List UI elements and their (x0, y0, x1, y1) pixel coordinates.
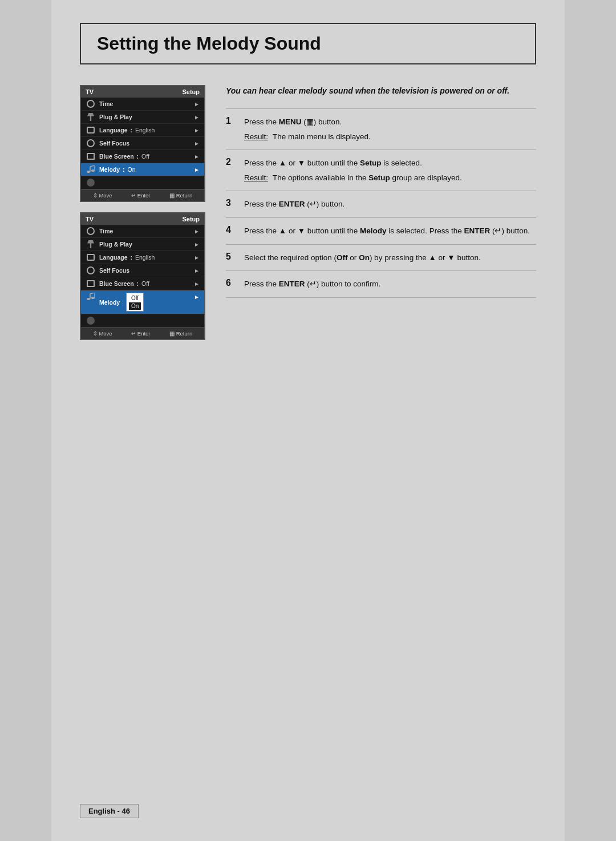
menu2-selffocus-icon (86, 266, 96, 274)
menu2-melody-text: Melody : Off On ► (99, 293, 200, 312)
step-6-num: 6 (226, 278, 236, 288)
left-panel: TV Setup Time ► Plug & Play ► (80, 85, 205, 340)
menu2-row-melody: Melody : Off On ► (81, 290, 204, 314)
menu1-row-extra (81, 176, 204, 189)
step-1: 1 Press the MENU (▦) button. Result: The… (226, 108, 536, 149)
svg-point-6 (91, 297, 95, 299)
menu2-footer-return: ▦ Return (169, 330, 192, 337)
step-4-content: Press the ▲ or ▼ button until the Melody… (244, 225, 530, 237)
step-3-num: 3 (226, 198, 236, 208)
extra-icon (86, 179, 96, 187)
menu2-selffocus-text: Self Focus ► (99, 267, 200, 274)
menu2-footer: ⇕ Move ↵ Enter ▦ Return (81, 327, 204, 339)
step-2-num: 2 (226, 157, 236, 167)
menu2-row-extra (81, 314, 204, 327)
menu2-row-time: Time ► (81, 225, 204, 238)
svg-line-3 (90, 165, 95, 167)
menu2-tv-label: TV (86, 216, 94, 223)
menu1-row-melody: Melody : On ► (81, 163, 204, 176)
menu2-header: TV Setup (81, 213, 204, 225)
lang-icon (86, 126, 96, 134)
menu2-row-bluescreen: Blue Screen : Off ► (81, 277, 204, 290)
menu1-row-plug: Plug & Play ► (81, 111, 204, 124)
melody-icon (86, 165, 96, 173)
right-panel: You can hear clear melody sound when the… (226, 85, 536, 298)
step-5: 5 Select the required option (Off or On)… (226, 244, 536, 271)
menu1-plug-text: Plug & Play ► (99, 114, 200, 120)
title-box: Setting the Melody Sound (80, 23, 536, 64)
step-5-content: Select the required option (Off or On) b… (244, 252, 481, 264)
step-2: 2 Press the ▲ or ▼ button until the Setu… (226, 149, 536, 191)
menu1-bluescreen-text: Blue Screen : Off ► (99, 153, 200, 160)
menu2-footer-move: ⇕ Move (93, 330, 112, 337)
footer-text: English - 46 (80, 804, 139, 818)
menu2-row-lang: Language : English ► (81, 251, 204, 264)
menu1-setup-label: Setup (182, 88, 200, 95)
step-4-num: 4 (226, 225, 236, 235)
menu1-row-bluescreen: Blue Screen : Off ► (81, 150, 204, 163)
menu2-time-icon (86, 227, 96, 235)
selffocus-icon (86, 139, 96, 147)
svg-point-1 (91, 169, 95, 172)
step-6: 6 Press the ENTER (↵) button to confirm. (226, 270, 536, 298)
menu2-extra-icon (86, 317, 96, 325)
menu2-lang-text: Language : English ► (99, 254, 200, 261)
step-3: 3 Press the ENTER (↵) button. (226, 191, 536, 217)
time-icon (86, 100, 96, 108)
step-1-content: Press the MENU (▦) button. Result: The m… (244, 116, 371, 143)
menu1-footer-move: ⇕ Move (93, 192, 112, 199)
menu1-footer-return: ▦ Return (169, 192, 192, 199)
plug-icon (86, 113, 96, 121)
result-label-1: Result: (244, 131, 268, 143)
svg-point-5 (87, 298, 90, 300)
menu2-plug-text: Plug & Play ► (99, 241, 200, 248)
result-label-2: Result: (244, 172, 268, 184)
page: Setting the Melody Sound TV Setup Time ► (51, 0, 565, 841)
dropdown-off: Off (129, 294, 141, 302)
steps-list: 1 Press the MENU (▦) button. Result: The… (226, 108, 536, 298)
step-2-content: Press the ▲ or ▼ button until the Setup … (244, 157, 462, 184)
step-2-result: Result: The options available in the Set… (244, 172, 462, 184)
page-title: Setting the Melody Sound (97, 33, 519, 54)
step-1-result: Result: The main menu is displayed. (244, 131, 371, 143)
menu2-plug-icon (86, 240, 96, 248)
menu1-selffocus-text: Self Focus ► (99, 140, 200, 147)
menu1-header: TV Setup (81, 86, 204, 98)
tv-menu-2: TV Setup Time ► Plug & Play ► (80, 212, 205, 340)
menu2-lang-icon (86, 253, 96, 261)
svg-line-8 (90, 293, 95, 294)
melody-dropdown: Off On (126, 293, 144, 312)
menu1-lang-text: Language : English ► (99, 127, 200, 134)
menu2-row-plug: Plug & Play ► (81, 238, 204, 251)
menu2-bluescreen-icon (86, 280, 96, 288)
menu2-bluescreen-text: Blue Screen : Off ► (99, 280, 200, 287)
content-area: TV Setup Time ► Plug & Play ► (80, 85, 536, 340)
step-6-content: Press the ENTER (↵) button to confirm. (244, 278, 380, 290)
menu2-setup-label: Setup (182, 216, 200, 223)
menu1-row-lang: Language : English ► (81, 124, 204, 137)
menu1-melody-text: Melody : On ► (99, 166, 200, 173)
bluescreen-icon (86, 152, 96, 160)
menu1-footer: ⇕ Move ↵ Enter ▦ Return (81, 189, 204, 201)
menu1-tv-label: TV (86, 88, 94, 95)
menu2-time-text: Time ► (99, 228, 200, 234)
tv-menu-1: TV Setup Time ► Plug & Play ► (80, 85, 205, 202)
menu2-melody-icon (86, 293, 96, 301)
intro-text: You can hear clear melody sound when the… (226, 85, 536, 97)
menu1-row-time: Time ► (81, 98, 204, 111)
step-4: 4 Press the ▲ or ▼ button until the Melo… (226, 217, 536, 244)
step-3-content: Press the ENTER (↵) button. (244, 198, 345, 211)
menu1-row-selfocus: Self Focus ► (81, 137, 204, 150)
menu2-row-selfocus: Self Focus ► (81, 264, 204, 277)
step-1-num: 1 (226, 116, 236, 126)
svg-point-0 (87, 171, 90, 173)
menu1-footer-enter: ↵ Enter (131, 192, 150, 199)
menu1-time-text: Time ► (99, 100, 200, 107)
dropdown-on: On (129, 302, 141, 310)
menu2-footer-enter: ↵ Enter (131, 330, 150, 337)
step-5-num: 5 (226, 252, 236, 262)
footer-bar: English - 46 (80, 804, 536, 818)
